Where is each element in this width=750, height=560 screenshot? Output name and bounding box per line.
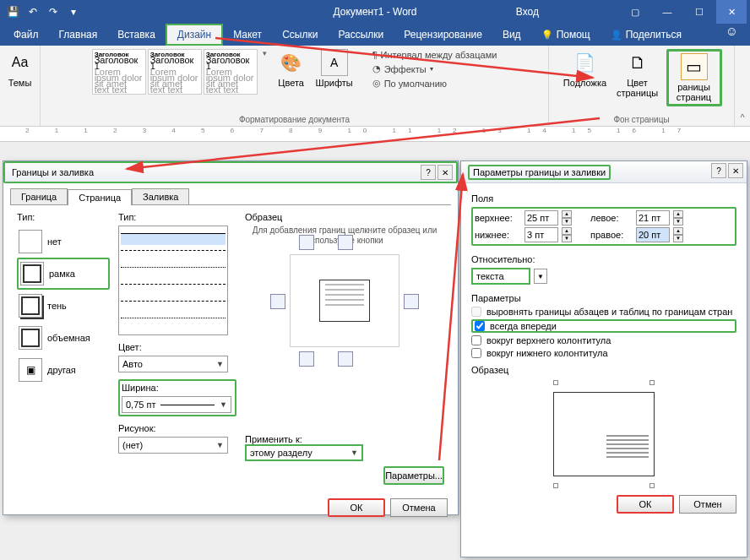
set-default-button[interactable]: ◎По умолчанию (359, 77, 497, 90)
relative-to-dropdown-arrow[interactable]: ▼ (534, 269, 547, 284)
margin-top-label: верхнее: (475, 213, 521, 223)
margin-bottom-input[interactable] (524, 227, 558, 242)
relative-to-dropdown[interactable]: текста (471, 268, 530, 285)
page-color-button[interactable]: 🗋 Цвет страницы (614, 49, 661, 98)
ribbon-group-label-formatting: Форматирование документа (47, 113, 541, 126)
dialog1-tab-fill[interactable]: Заливка (132, 188, 189, 204)
colors-icon: 🎨 (278, 49, 305, 76)
art-dropdown[interactable]: (нет)▼ (118, 437, 228, 454)
ribbon: Aa Темы ЗаголовокЗаголовок 1Lorem ipsum … (0, 46, 750, 127)
line-style-list[interactable] (118, 226, 228, 335)
chevron-down-icon: ▼ (216, 441, 224, 449)
undo-icon[interactable]: ↶ (24, 3, 42, 21)
colors-button[interactable]: 🎨 Цвета (273, 49, 310, 88)
ribbon-tabs: Файл Главная Вставка Дизайн Макет Ссылки… (0, 24, 750, 46)
preview-label: Образец (245, 212, 282, 222)
apply-to-dropdown[interactable]: этому разделу▼ (245, 444, 363, 461)
relative-to-label: Относительно: (471, 254, 736, 264)
dialog1-cancel-button[interactable]: Отмена (390, 498, 448, 517)
margin-left-input[interactable] (636, 210, 670, 226)
dialog1-help-icon[interactable]: ? (421, 165, 436, 180)
dialog2-cancel-button[interactable]: Отмен (679, 495, 736, 514)
color-label: Цвет: (118, 342, 236, 352)
edge-button-bottom-left[interactable] (299, 351, 314, 367)
fonts-button[interactable]: A Шрифты (312, 49, 357, 88)
ribbon-options-icon[interactable]: ▢ (620, 0, 650, 24)
edge-button-top[interactable] (338, 235, 353, 250)
feedback-smiley-icon[interactable]: ☺ (717, 24, 747, 46)
redo-icon[interactable]: ↷ (44, 3, 62, 21)
tab-layout[interactable]: Макет (223, 24, 272, 46)
color-dropdown[interactable]: Авто▼ (118, 356, 228, 372)
margin-right-label: правое: (590, 230, 633, 240)
type-none[interactable]: нет (17, 226, 110, 258)
margins-group: верхнее: ▲▼ левое: ▲▼ нижнее: ▲▼ правое:… (471, 207, 736, 246)
type-label: Тип: (17, 212, 110, 222)
ribbon-group-page-background: 📄 Подложка 🗋 Цвет страницы ▭ раницы стра… (549, 46, 735, 126)
fonts-icon: A (321, 49, 348, 76)
edge-button-right[interactable] (404, 294, 419, 309)
edge-button-top-left[interactable] (299, 235, 314, 250)
margin-left-label: левое: (590, 213, 633, 223)
tab-share[interactable]: Поделиться (601, 24, 692, 46)
dialog1-ok-button[interactable]: ОК (328, 498, 385, 517)
tab-home[interactable]: Главная (49, 24, 108, 46)
margin-right-input[interactable] (636, 227, 670, 242)
edge-button-bottom[interactable] (338, 351, 353, 367)
ribbon-group-themes: Aa Темы (0, 46, 41, 126)
ribbon-collapse-icon[interactable]: ^ (735, 46, 750, 126)
tab-tell-me[interactable]: Помощ (531, 24, 601, 46)
tab-review[interactable]: Рецензирование (394, 24, 492, 46)
check-always-in-front[interactable]: всегда впереди (471, 319, 736, 333)
tab-file[interactable]: Файл (3, 24, 49, 46)
page-borders-button[interactable]: ▭ раницы страниц (671, 53, 718, 102)
tab-references[interactable]: Ссылки (272, 24, 328, 46)
check-around-header[interactable]: вокруг верхнего колонтитула (471, 335, 736, 345)
watermark-button[interactable]: 📄 Подложка (562, 49, 609, 88)
dialog2-help-icon[interactable]: ? (711, 163, 726, 178)
margin-top-spinner[interactable]: ▲▼ (562, 210, 572, 226)
edge-button-left[interactable] (270, 294, 285, 309)
tab-design[interactable]: Дизайн (166, 24, 223, 46)
signin-link[interactable]: Вход (516, 6, 539, 18)
dialog1-tab-page[interactable]: Страница (68, 189, 132, 205)
type-custom[interactable]: ▣другая (17, 354, 110, 386)
style-set-2[interactable]: ЗаголовокЗаголовок 1Lorem ipsum dolor si… (148, 49, 202, 95)
margin-top-input[interactable] (524, 210, 558, 226)
type-box[interactable]: рамка (17, 258, 110, 290)
dialog1-tab-border[interactable]: Граница (10, 188, 68, 204)
type-shadow[interactable]: тень (17, 290, 110, 322)
minimize-icon[interactable]: — (652, 0, 682, 24)
type-3d[interactable]: объемная (17, 322, 110, 354)
tab-view[interactable]: Вид (492, 24, 531, 46)
options-button[interactable]: Параметры... (383, 466, 444, 485)
style-set-3[interactable]: ЗаголовокЗаголовок 1Lorem ipsum dolor si… (204, 49, 258, 95)
tab-insert[interactable]: Вставка (107, 24, 166, 46)
themes-button[interactable]: Aa Темы (0, 49, 44, 88)
dialog2-preview-label: Образец (471, 365, 736, 375)
dialog2-close-icon[interactable]: ✕ (728, 163, 743, 178)
art-label: Рисунок: (118, 423, 236, 433)
dialog1-close-icon[interactable]: ✕ (438, 165, 453, 180)
close-icon[interactable]: ✕ (716, 0, 747, 24)
style-set-1[interactable]: ЗаголовокЗаголовок 1Lorem ipsum dolor si… (92, 49, 146, 95)
check-around-footer[interactable]: вокруг нижнего колонтитула (471, 348, 736, 358)
margin-left-spinner[interactable]: ▲▼ (673, 210, 683, 226)
effects-button[interactable]: ◔Эффекты▾ (359, 63, 497, 75)
themes-label: Темы (8, 78, 32, 88)
dialog2-ok-button[interactable]: ОК (617, 495, 674, 514)
style-set-more-icon[interactable]: ▾ (259, 49, 271, 57)
margin-bottom-spinner[interactable]: ▲▼ (562, 227, 572, 242)
page-borders-icon: ▭ (681, 53, 708, 80)
paragraph-spacing-button[interactable]: ¶Интервал между абзацами (359, 49, 497, 61)
dialog-borders-and-shading: Границы и заливка ? ✕ Граница Страница З… (3, 160, 459, 515)
save-icon[interactable]: 💾 (3, 3, 22, 21)
maximize-icon[interactable]: ☐ (684, 0, 715, 24)
width-dropdown[interactable]: 0,75 пт▼ (122, 396, 231, 413)
margin-right-spinner[interactable]: ▲▼ (673, 227, 683, 242)
document-title: Документ1 - Word (333, 6, 416, 18)
qat-dropdown-icon[interactable]: ▾ (64, 3, 83, 21)
tab-mailings[interactable]: Рассылки (328, 24, 394, 46)
chevron-down-icon: ▼ (220, 400, 227, 409)
check-align-paragraph[interactable]: выровнять границы абзацев и таблиц по гр… (471, 307, 736, 317)
